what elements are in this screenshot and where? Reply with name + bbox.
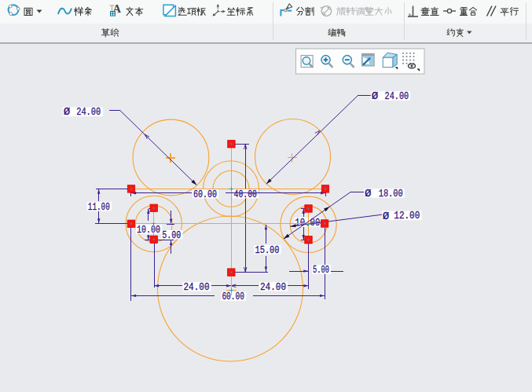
svg-text:15.00: 15.00 (255, 245, 280, 256)
svg-text:60.00: 60.00 (193, 189, 217, 200)
svg-text:Ø: Ø (365, 189, 372, 200)
svg-text:Ø: Ø (64, 107, 71, 118)
svg-text:24.00: 24.00 (184, 282, 210, 293)
svg-text:11.00: 11.00 (88, 202, 110, 213)
svg-text:18.00: 18.00 (379, 189, 403, 200)
svg-text:24.00: 24.00 (385, 91, 409, 102)
svg-text:Ø: Ø (383, 211, 390, 222)
svg-text:Ø: Ø (372, 91, 379, 102)
svg-text:10.00: 10.00 (137, 225, 160, 236)
svg-text:5.00: 5.00 (313, 265, 329, 276)
svg-text:24.00: 24.00 (260, 282, 286, 293)
svg-text:40.00: 40.00 (234, 189, 258, 200)
svg-text:12.00: 12.00 (394, 211, 420, 222)
svg-text:24.00: 24.00 (76, 107, 101, 118)
svg-text:60.00: 60.00 (222, 291, 244, 302)
svg-text:5.00: 5.00 (162, 230, 181, 241)
